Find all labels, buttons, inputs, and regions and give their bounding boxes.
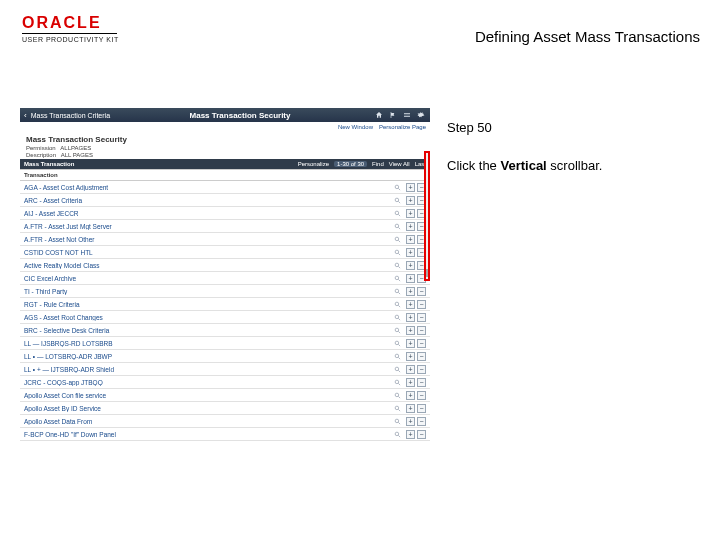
row-label[interactable]: Apollo Asset By ID Service: [24, 405, 390, 412]
row-label[interactable]: LL • + — IJTSBRQ-ADR Shield: [24, 366, 390, 373]
add-row-button[interactable]: +: [406, 404, 415, 413]
search-icon[interactable]: [392, 351, 402, 361]
search-icon[interactable]: [392, 195, 402, 205]
search-icon[interactable]: [392, 325, 402, 335]
row-label[interactable]: F-BCP One-HD "If" Down Panel: [24, 431, 390, 438]
search-icon[interactable]: [392, 403, 402, 413]
row-label[interactable]: ARC - Asset Criteria: [24, 197, 390, 204]
scrollbar-thumb[interactable]: [426, 269, 428, 277]
remove-row-button[interactable]: −: [417, 326, 426, 335]
add-row-button[interactable]: +: [406, 222, 415, 231]
remove-row-button[interactable]: −: [417, 404, 426, 413]
grid-viewall-link[interactable]: View All: [389, 161, 410, 167]
remove-row-button[interactable]: −: [417, 391, 426, 400]
add-row-button[interactable]: +: [406, 235, 415, 244]
row-label[interactable]: AGA - Asset Cost Adjustment: [24, 184, 390, 191]
svg-point-17: [395, 289, 399, 293]
grid-personalize-link[interactable]: Personalize: [298, 161, 329, 167]
add-row-button[interactable]: +: [406, 248, 415, 257]
personalize-page-link[interactable]: Personalize Page: [379, 124, 426, 130]
remove-row-button[interactable]: −: [417, 352, 426, 361]
search-icon[interactable]: [392, 312, 402, 322]
vertical-scrollbar[interactable]: [424, 151, 430, 281]
row-label[interactable]: A.FTR - Asset Not Other: [24, 236, 390, 243]
remove-row-button[interactable]: −: [417, 313, 426, 322]
add-row-button[interactable]: +: [406, 378, 415, 387]
row-label[interactable]: LL — IJSBRQS-RD LOTSBRB: [24, 340, 390, 347]
grid-find-link[interactable]: Find: [372, 161, 384, 167]
search-icon[interactable]: [392, 429, 402, 439]
gear-icon[interactable]: [416, 110, 426, 120]
svg-point-19: [395, 302, 399, 306]
row-label[interactable]: AGS - Asset Root Changes: [24, 314, 390, 321]
search-icon[interactable]: [392, 234, 402, 244]
table-row: TI - Third Party+−: [20, 285, 430, 298]
row-label[interactable]: Apollo Asset Data From: [24, 418, 390, 425]
row-label[interactable]: CSTID COST NOT HTL: [24, 249, 390, 256]
add-row-button[interactable]: +: [406, 391, 415, 400]
back-icon[interactable]: ‹: [24, 111, 27, 120]
remove-row-button[interactable]: −: [417, 430, 426, 439]
add-row-button[interactable]: +: [406, 365, 415, 374]
search-icon[interactable]: [392, 221, 402, 231]
search-icon[interactable]: [392, 338, 402, 348]
row-actions: +−: [406, 287, 426, 296]
row-label[interactable]: BRC - Selective Desk Criteria: [24, 327, 390, 334]
add-row-button[interactable]: +: [406, 313, 415, 322]
menu-icon[interactable]: [402, 110, 412, 120]
svg-line-2: [398, 188, 400, 190]
breadcrumb[interactable]: Mass Transaction Criteria: [31, 112, 110, 119]
flag-icon[interactable]: [388, 110, 398, 120]
add-row-button[interactable]: +: [406, 339, 415, 348]
svg-point-7: [395, 224, 399, 228]
row-label[interactable]: LL • — LOTSBRQ-ADR JBWP: [24, 353, 390, 360]
add-row-button[interactable]: +: [406, 183, 415, 192]
add-row-button[interactable]: +: [406, 326, 415, 335]
search-icon[interactable]: [392, 364, 402, 374]
remove-row-button[interactable]: −: [417, 365, 426, 374]
row-label[interactable]: TI - Third Party: [24, 288, 390, 295]
add-row-button[interactable]: +: [406, 352, 415, 361]
table-row: LL — IJSBRQS-RD LOTSBRB+−: [20, 337, 430, 350]
search-icon[interactable]: [392, 208, 402, 218]
search-icon[interactable]: [392, 247, 402, 257]
add-row-button[interactable]: +: [406, 261, 415, 270]
search-icon[interactable]: [392, 260, 402, 270]
row-label[interactable]: RGT - Rule Criteria: [24, 301, 390, 308]
new-window-link[interactable]: New Window: [338, 124, 373, 130]
row-actions: +−: [406, 365, 426, 374]
home-icon[interactable]: [374, 110, 384, 120]
search-icon[interactable]: [392, 416, 402, 426]
svg-point-23: [395, 328, 399, 332]
add-row-button[interactable]: +: [406, 196, 415, 205]
row-actions: +−: [406, 430, 426, 439]
add-row-button[interactable]: +: [406, 430, 415, 439]
row-label[interactable]: A.FTR - Asset Just Mgt Server: [24, 223, 390, 230]
search-icon[interactable]: [392, 299, 402, 309]
search-icon[interactable]: [392, 377, 402, 387]
add-row-button[interactable]: +: [406, 287, 415, 296]
add-row-button[interactable]: +: [406, 274, 415, 283]
remove-row-button[interactable]: −: [417, 378, 426, 387]
remove-row-button[interactable]: −: [417, 287, 426, 296]
search-icon[interactable]: [392, 390, 402, 400]
add-row-button[interactable]: +: [406, 300, 415, 309]
row-label[interactable]: CIC Excel Archive: [24, 275, 390, 282]
add-row-button[interactable]: +: [406, 209, 415, 218]
add-row-button[interactable]: +: [406, 417, 415, 426]
grid-range: 1-30 of 30: [334, 161, 367, 167]
table-row: Active Realty Model Class+−: [20, 259, 430, 272]
search-icon[interactable]: [392, 286, 402, 296]
table-row: LL • — LOTSBRQ-ADR JBWP+−: [20, 350, 430, 363]
remove-row-button[interactable]: −: [417, 417, 426, 426]
row-label[interactable]: JCRC - COQS-app JTBQQ: [24, 379, 390, 386]
search-icon[interactable]: [392, 273, 402, 283]
remove-row-button[interactable]: −: [417, 339, 426, 348]
row-label[interactable]: Apollo Asset Con file service: [24, 392, 390, 399]
grid-title: Mass Transaction: [24, 161, 74, 167]
svg-point-31: [395, 380, 399, 384]
search-icon[interactable]: [392, 182, 402, 192]
remove-row-button[interactable]: −: [417, 300, 426, 309]
row-label[interactable]: Active Realty Model Class: [24, 262, 390, 269]
row-label[interactable]: AIJ - Asset JECCR: [24, 210, 390, 217]
